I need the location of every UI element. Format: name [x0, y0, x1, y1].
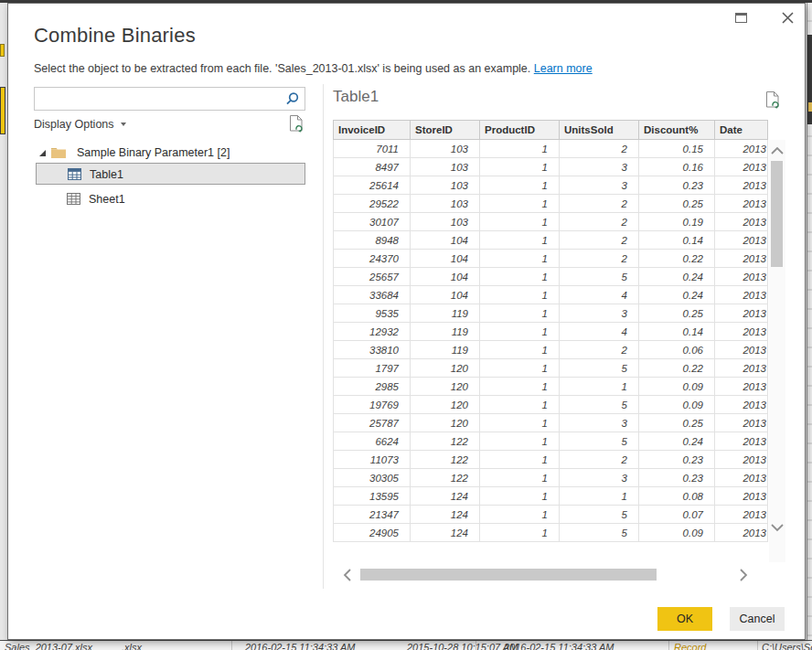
display-options-dropdown[interactable]: Display Options — [34, 118, 126, 131]
search-input[interactable] — [38, 89, 285, 109]
table-cell: 0.23 — [639, 469, 715, 487]
table-cell: 2013 — [715, 432, 768, 451]
table-cell: 5 — [560, 268, 639, 286]
learn-more-link[interactable]: Learn more — [534, 62, 593, 75]
table-cell: 0.09 — [639, 396, 715, 414]
background-table-row: Sales_2013-07.xlsx .xlsx 2016-02-15 11:3… — [0, 640, 812, 650]
table-cell: 122 — [411, 432, 480, 451]
vertical-scrollbar[interactable] — [769, 140, 785, 562]
preview-header-row: InvoiceIDStoreIDProductIDUnitsSoldDiscou… — [334, 121, 768, 140]
table-cell: 1 — [560, 487, 639, 506]
table-cell: 4 — [560, 323, 639, 341]
table-cell: 0.23 — [639, 176, 715, 195]
scroll-left-icon[interactable] — [342, 568, 353, 582]
tree-item-sheet1[interactable]: Sheet1 — [36, 188, 305, 210]
horizontal-scrollbar-thumb[interactable] — [360, 569, 657, 581]
expander-icon[interactable] — [37, 148, 47, 157]
table-row: 33684104140.242013 — [334, 286, 768, 304]
table-cell: 1 — [480, 250, 560, 268]
preview-table-body: 7011103120.1520138497103130.162013256141… — [334, 140, 768, 542]
tree-root-sample-binary[interactable]: Sample Binary Parameter1 [2] — [36, 143, 306, 163]
table-cell: 1 — [480, 506, 560, 524]
table-cell: 2013 — [715, 359, 768, 378]
refresh-preview-button[interactable] — [288, 114, 304, 137]
background-date-created: 2015-10-28 10:15:07 AM — [407, 641, 518, 650]
table-cell: 33810 — [334, 341, 411, 359]
table-cell: 119 — [411, 323, 480, 341]
close-icon[interactable] — [781, 11, 795, 25]
table-cell: 1 — [480, 469, 560, 487]
table-cell: 103 — [411, 158, 480, 176]
cancel-button[interactable]: Cancel — [730, 607, 785, 631]
tree-item-table1[interactable]: Table1 — [36, 163, 305, 185]
table-row: 25614103130.232013 — [334, 176, 768, 195]
search-icon[interactable] — [284, 91, 300, 107]
table-cell: 1 — [480, 359, 560, 378]
table-cell: 2013 — [715, 140, 768, 158]
table-icon — [68, 168, 81, 180]
table-cell: 3 — [560, 176, 639, 195]
table-cell: 0.22 — [639, 359, 715, 378]
tree-root-label: Sample Binary Parameter1 [2] — [77, 143, 230, 163]
table-cell: 0.16 — [639, 158, 715, 176]
table-cell: 104 — [411, 250, 480, 268]
table-cell: 8497 — [334, 158, 411, 176]
table-cell: 0.09 — [639, 378, 715, 396]
preview-title: Table1 — [333, 88, 379, 106]
scroll-down-icon[interactable] — [770, 522, 785, 533]
table-cell: 33684 — [334, 286, 411, 304]
table-row: 30305122130.232013 — [334, 469, 768, 487]
table-cell: 1 — [480, 213, 560, 231]
table-cell: 30305 — [334, 469, 411, 487]
table-cell: 2985 — [334, 378, 411, 396]
table-cell: 11073 — [334, 451, 411, 469]
combine-binaries-dialog: Combine Binaries Select the object to be… — [7, 3, 806, 640]
background-file-name: Sales_2013-07.xlsx — [5, 641, 92, 650]
ok-button[interactable]: OK — [657, 607, 712, 631]
table-cell: 0.14 — [639, 231, 715, 250]
table-cell: 1 — [480, 268, 560, 286]
restore-window-icon[interactable] — [735, 13, 747, 23]
background-file-extension: .xlsx — [122, 641, 142, 650]
background-accent-dot — [808, 102, 812, 112]
table-row: 2985120110.092013 — [334, 378, 768, 396]
table-row: 33810119120.062013 — [334, 341, 768, 359]
table-cell: 1 — [480, 176, 560, 195]
table-cell: 4 — [560, 286, 639, 304]
table-cell: 122 — [411, 469, 480, 487]
table-cell: 1 — [480, 524, 560, 542]
table-row: 21347124150.072013 — [334, 506, 768, 524]
table-cell: 25657 — [334, 268, 411, 286]
table-cell: 8948 — [334, 231, 411, 250]
table-cell: 1 — [480, 487, 560, 506]
background-folder-path: C:\Users\Sophie — [762, 641, 812, 650]
sheet-icon — [67, 193, 80, 205]
table-cell: 2 — [560, 250, 639, 268]
table-cell: 2013 — [715, 469, 768, 487]
vertical-scrollbar-thumb[interactable] — [771, 161, 783, 267]
table-cell: 2013 — [715, 414, 768, 432]
table-cell: 103 — [411, 140, 480, 158]
tree-item-label: Sheet1 — [89, 188, 125, 210]
table-cell: 25787 — [334, 414, 411, 432]
table-cell: 0.24 — [639, 286, 715, 304]
table-row: 25787120130.252013 — [334, 414, 768, 432]
scroll-up-icon[interactable] — [770, 145, 785, 156]
refresh-preview-button[interactable] — [764, 91, 781, 113]
preview-table: InvoiceIDStoreIDProductIDUnitsSoldDiscou… — [333, 120, 768, 542]
folder-icon — [50, 146, 67, 159]
table-cell: 24905 — [334, 524, 411, 542]
table-cell: 2013 — [715, 323, 768, 341]
horizontal-scrollbar[interactable] — [333, 564, 760, 586]
table-cell: 3 — [560, 304, 639, 323]
table-cell: 12932 — [334, 323, 411, 341]
table-cell: 21347 — [334, 506, 411, 524]
table-cell: 1797 — [334, 359, 411, 378]
table-cell: 103 — [411, 195, 480, 213]
table-cell: 0.08 — [639, 487, 715, 506]
table-cell: 104 — [411, 268, 480, 286]
table-row: 7011103120.152013 — [334, 140, 768, 158]
table-cell: 120 — [411, 378, 480, 396]
scroll-right-icon[interactable] — [738, 568, 749, 582]
table-cell: 13595 — [334, 487, 411, 506]
